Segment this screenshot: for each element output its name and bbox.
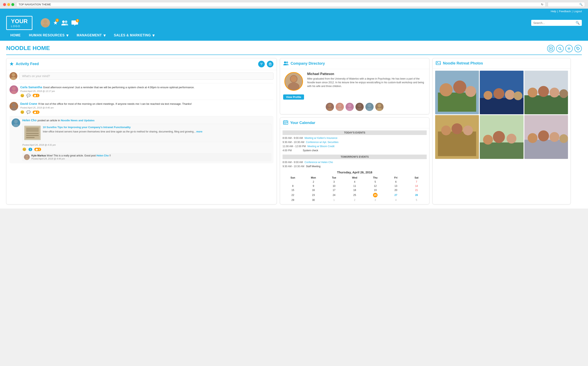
nav-management[interactable]: MANAGEMENT ▾ — [73, 30, 110, 41]
search-submit-icon[interactable]: 🔍 — [576, 21, 580, 25]
cal-date[interactable]: 18 — [344, 188, 365, 192]
refresh-icon[interactable]: ↻ — [541, 3, 543, 6]
staff-avatar[interactable] — [375, 103, 384, 111]
cal-date[interactable]: 10 — [324, 184, 344, 188]
staff-avatar[interactable] — [365, 103, 374, 111]
help-link[interactable]: Help — [551, 10, 556, 13]
cal-date[interactable]: 15 — [283, 188, 303, 192]
comment-count[interactable]: 1 — [29, 148, 32, 151]
close-button[interactable] — [3, 3, 6, 6]
filter-icon[interactable] — [258, 61, 265, 67]
cal-date — [283, 180, 303, 184]
photo-thumbnail[interactable] — [480, 115, 524, 159]
cal-date[interactable]: 4 — [386, 198, 406, 202]
cal-date[interactable]: 8 — [283, 184, 303, 188]
featured-desc: Mike graduated from the University of Wa… — [307, 77, 426, 88]
cal-date[interactable]: 19 — [365, 188, 386, 192]
user-avatar[interactable] — [41, 18, 50, 28]
maximize-button[interactable] — [11, 3, 14, 6]
cal-date[interactable]: 17 — [324, 188, 344, 192]
address-bar[interactable]: TOP NAVIGATION THEME ↻ — [16, 2, 546, 7]
nav-sales-marketing[interactable]: SALES & MARKETING ▾ — [110, 30, 159, 41]
photo-thumbnail[interactable] — [524, 71, 568, 114]
reaction-icon[interactable]: 😊 — [22, 147, 26, 151]
comment-mention[interactable]: Helen Cho — [97, 154, 109, 157]
header-search[interactable]: 🔍 — [531, 20, 582, 26]
photo-thumbnail[interactable] — [435, 115, 479, 159]
cal-date[interactable]: 6 — [386, 180, 406, 184]
like-count[interactable]: 3 — [33, 111, 39, 114]
reaction-icon[interactable]: 😊 — [20, 110, 24, 114]
cal-date[interactable]: 7 — [406, 180, 427, 184]
cal-date[interactable]: 12 — [365, 184, 386, 188]
logo[interactable]: YOUR LOGO — [6, 16, 32, 30]
minimize-button[interactable] — [7, 3, 10, 6]
cal-date[interactable]: 21 — [406, 188, 427, 192]
comment-icon[interactable]: 💬 — [26, 110, 30, 114]
cal-date[interactable]: 23 — [303, 192, 324, 198]
article-more-link[interactable]: more — [196, 130, 202, 133]
logout-link[interactable]: Logout — [573, 10, 582, 13]
svg-rect-31 — [26, 135, 39, 136]
cal-date[interactable]: 13 — [386, 184, 406, 188]
cal-date[interactable]: 9 — [303, 184, 324, 188]
cal-date[interactable]: 5 — [365, 180, 386, 184]
browser-search[interactable]: 🔍 — [548, 2, 585, 7]
cal-date[interactable]: 16 — [303, 188, 324, 192]
event-link[interactable]: Conference w/ Helen Cho — [305, 161, 333, 164]
post-author[interactable]: David Crane — [20, 102, 37, 105]
cal-date[interactable]: 3 — [365, 198, 386, 202]
delete-icon[interactable] — [267, 61, 274, 67]
nav-home[interactable]: HOME — [6, 30, 25, 41]
staff-avatar[interactable] — [326, 103, 334, 111]
channel-link[interactable]: Noodle News and Updates — [61, 119, 94, 122]
cal-date[interactable]: 28 — [406, 192, 427, 198]
cal-date[interactable]: 2 — [303, 180, 324, 184]
staff-avatar[interactable] — [346, 103, 354, 111]
cal-date[interactable]: 5 — [406, 198, 427, 202]
cal-date[interactable]: 1 — [324, 198, 344, 202]
cal-date[interactable]: 30 — [303, 198, 324, 202]
article-title[interactable]: 10 Surefire Tips for Improving your Comp… — [43, 126, 269, 129]
svg-point-38 — [286, 61, 288, 63]
add-content-icon[interactable] — [547, 45, 555, 52]
comment-icon[interactable]: 💬 — [26, 94, 30, 98]
post-author[interactable]: Helen Cho — [22, 119, 37, 122]
cal-date[interactable]: 29 — [283, 198, 303, 202]
cal-date[interactable]: 24 — [324, 192, 344, 198]
staff-avatar[interactable] — [356, 103, 364, 111]
cal-date[interactable]: 4 — [344, 180, 365, 184]
tag-icon[interactable] — [574, 45, 582, 52]
view-profile-button[interactable]: View Profile — [283, 94, 304, 100]
like-count[interactable]: 1 — [33, 94, 39, 97]
cal-date[interactable]: 20 — [386, 188, 406, 192]
event-link[interactable]: Meeting w/ Bloom Credit — [307, 145, 335, 148]
cal-date[interactable]: 3 — [324, 180, 344, 184]
post-author[interactable]: Carla Samantha — [20, 85, 42, 89]
search-input[interactable] — [533, 21, 574, 25]
cal-date[interactable]: 22 — [283, 192, 303, 198]
feedback-link[interactable]: Feedback — [559, 10, 571, 13]
cal-date[interactable]: 25 — [344, 192, 365, 198]
search-page-icon[interactable] — [556, 45, 564, 52]
cal-date[interactable]: 11 — [344, 184, 365, 188]
cal-date[interactable]: 27 — [386, 192, 406, 198]
event-link[interactable]: Meeting w/ Kellen's Insurance — [305, 137, 337, 139]
favorites-icon-badge[interactable]: ★ 1 — [53, 20, 58, 26]
settings-icon[interactable] — [565, 45, 573, 52]
cal-date[interactable]: 14 — [406, 184, 427, 188]
people-icon[interactable] — [61, 20, 68, 26]
staff-avatar[interactable] — [336, 103, 344, 111]
cal-date[interactable]: 26 — [365, 192, 386, 198]
event-link[interactable]: Conference w/ Apt. Securities — [306, 141, 338, 144]
svg-point-9 — [559, 47, 561, 49]
cal-date[interactable]: 2 — [344, 198, 365, 202]
nav-human-resources[interactable]: HUMAN RESOURCES ▾ — [25, 30, 73, 41]
chat-icon-badge[interactable]: 2 — [71, 20, 78, 26]
reaction-icon[interactable]: 😊 — [20, 94, 24, 98]
compose-input[interactable]: What's on your mind? — [19, 73, 274, 80]
like-count[interactable]: 2 — [34, 148, 41, 151]
photo-thumbnail[interactable] — [480, 71, 524, 114]
photo-thumbnail[interactable] — [435, 71, 479, 114]
photo-thumbnail[interactable] — [524, 115, 568, 159]
